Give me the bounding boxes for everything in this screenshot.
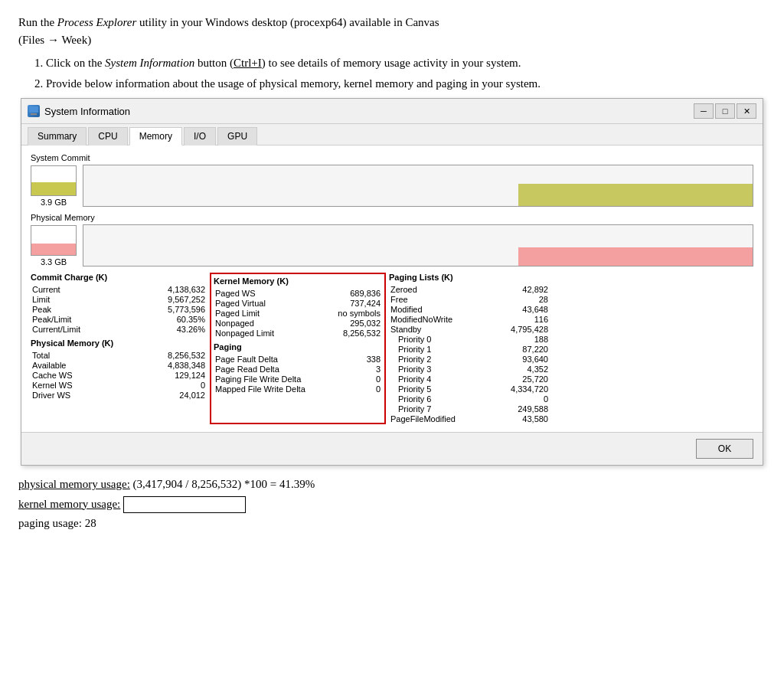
window-title: System Information [44,106,130,117]
paging-mappedwrite-value: 0 [327,384,381,394]
step1-shortcut: Ctrl+I [234,57,262,69]
paging-free-value: 28 [495,295,548,304]
paging-pri7-value: 249,588 [495,404,548,414]
paging-modified-row: Modified 43,648 [389,305,550,314]
paging-pri2-value: 93,640 [495,355,548,364]
commit-history-bar [518,184,753,206]
phys-driverws-label: Driver WS [32,391,70,400]
paging-pri6-value: 0 [495,394,548,404]
paging-line: paging usage: 28 [18,514,766,534]
commit-mini-wrap: 3.9 GB [31,165,77,207]
paging-pagefilemodified-row: PageFileModified 43,580 [389,414,550,423]
commit-limit-label: Limit [32,295,50,304]
paging-pri7-row: Priority 7 249,588 [389,404,550,414]
kernel-nonpagedlimit-value: 8,256,532 [327,329,381,338]
phys-total-row: Total 8,256,532 [31,351,207,360]
phys-mini-chart [31,225,77,256]
instruction-1: Click on the System Information button (… [46,54,766,72]
phys-memory-label: physical memory usage: [18,478,130,490]
tab-gpu[interactable]: GPU [217,127,257,146]
paging-readdelta-value: 3 [327,365,381,374]
commit-chart-value: 3.9 GB [41,198,67,207]
paging-pri7-label: Priority 7 [398,404,431,414]
tab-bar: Summary CPU Memory I/O GPU [21,124,763,146]
paging-readdelta-label: Page Read Delta [215,365,279,374]
step1-prefix: Click on the [46,57,105,69]
paging-filewrite-row: Paging File Write Delta 0 [214,374,382,384]
tab-summary[interactable]: Summary [28,127,87,146]
maximize-button[interactable]: □ [715,103,735,119]
paging-pri1-row: Priority 1 87,220 [389,345,550,354]
paging-faultdelta-value: 338 [327,355,381,364]
kernel-pagedlimit-row: Paged Limit no symbols [214,309,382,318]
phys-history-bar [518,247,753,266]
paging-pri4-row: Priority 4 25,720 [389,374,550,384]
paging-pri3-row: Priority 3 4,352 [389,365,550,374]
kernel-answer-box[interactable] [123,496,246,513]
paging-sub: Paging Page Fault Delta 338 Page Read De… [214,342,382,394]
kernel-memory-label: kernel memory usage: [18,498,120,510]
minimize-button[interactable]: ─ [694,103,714,119]
paging-pri2-label: Priority 2 [398,355,431,364]
commit-limit-row: Limit 9,567,252 [31,295,207,304]
paging-pri4-value: 25,720 [495,374,548,384]
phys-memory-formula: (3,417,904 / 8,256,532) *100 = 41.39% [133,478,315,490]
app-name: Process Explorer [57,16,136,28]
titlebar-buttons: ─ □ ✕ [694,103,756,119]
paging-pri1-value: 87,220 [495,345,548,354]
system-commit-section: System Commit 3.9 GB [31,153,753,207]
phys-cachews-label: Cache WS [32,371,73,380]
paging-standby-label: Standby [390,325,421,334]
paging-pri3-value: 4,352 [495,365,548,374]
tab-memory[interactable]: Memory [129,127,182,146]
kernel-pagedws-label: Paged WS [215,289,256,298]
ok-button[interactable]: OK [696,439,753,459]
tab-io[interactable]: I/O [184,127,216,146]
kernel-nonpaged-value: 295,032 [327,319,381,328]
step1-suffix: button ( [194,57,234,69]
paging-pri4-label: Priority 4 [398,374,431,384]
kernel-pagedvirtual-value: 737,424 [327,299,381,308]
paging-free-row: Free 28 [389,295,550,304]
paging-pri6-row: Priority 6 0 [389,394,550,404]
physical-memory-sub-header: Physical Memory (K) [31,338,207,348]
intro-line1b: utility in your Windows desktop (procexp… [136,16,439,28]
step2-text: Provide below information about the usag… [46,77,541,90]
paging-modifiednw-value: 116 [495,315,548,324]
paging-readdelta-row: Page Read Delta 3 [214,365,382,374]
phys-driverws-value: 24,012 [152,391,205,400]
paging-pri0-label: Priority 0 [398,335,431,344]
intro-line1: Run the [18,16,57,28]
titlebar: System Information ─ □ ✕ [21,99,763,124]
paging-faultdelta-row: Page Fault Delta 338 [214,355,382,364]
phys-available-label: Available [32,361,66,370]
kernel-nonpagedlimit-row: Nonpaged Limit 8,256,532 [214,329,382,338]
commit-current-value: 4,138,632 [152,285,205,294]
paging-modifiednw-row: ModifiedNoWrite 116 [389,315,550,324]
commit-mini-fill [31,166,76,195]
phys-chart-value: 3.3 GB [41,257,67,267]
paging-filewrite-label: Paging File Write Delta [215,374,301,384]
titlebar-left: System Information [28,105,130,117]
phys-mini-wrap: 3.3 GB [31,225,77,267]
paging-pri3-label: Priority 3 [398,365,431,374]
kernel-pagedvirtual-row: Paged Virtual 737,424 [214,299,382,308]
step1-italic: System Information [105,57,194,69]
commit-mini-chart [31,165,77,196]
close-button[interactable]: ✕ [737,103,756,119]
paging-modifiednw-label: ModifiedNoWrite [390,315,452,324]
paging-lists-header: Paging Lists (K) [389,273,550,282]
phys-total-label: Total [32,351,50,360]
system-info-window: System Information ─ □ ✕ Summary CPU Mem… [21,98,763,466]
system-commit-row: 3.9 GB [31,165,753,207]
commit-currentlimit-label: Current/Limit [32,325,80,334]
paging-pri0-row: Priority 0 188 [389,335,550,344]
paging-pri5-row: Priority 5 4,334,720 [389,384,550,394]
paging-free-label: Free [390,295,408,304]
kernel-memory-column: Kernel Memory (K) Paged WS 689,836 Paged… [210,273,386,424]
tab-cpu[interactable]: CPU [88,127,127,146]
instructions-list: Click on the System Information button (… [46,54,766,92]
paging-zeroed-label: Zeroed [390,285,417,294]
kernel-nonpagedlimit-label: Nonpaged Limit [215,329,274,338]
paging-modified-label: Modified [390,305,423,314]
